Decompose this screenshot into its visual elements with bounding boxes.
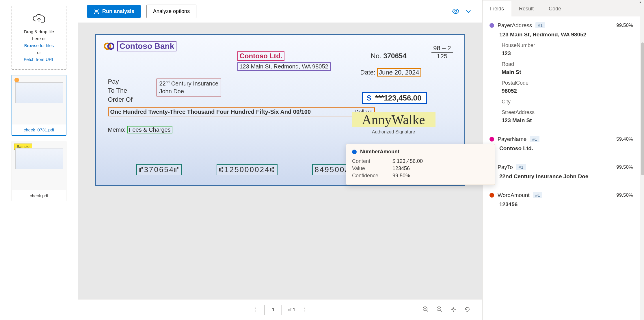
field-box-date[interactable]: June 20, 2024	[377, 68, 421, 77]
field-name: PayerName	[498, 136, 526, 142]
color-dot-icon	[489, 23, 494, 28]
zoom-in-icon[interactable]	[422, 306, 429, 314]
field-box-word-amount[interactable]: One Hundred Twenty-Three Thousand Four H…	[108, 107, 375, 116]
field-value: 123456	[499, 201, 633, 208]
fetch-url-link[interactable]: Fetch from URL	[24, 57, 54, 62]
pay-to-label: PayTo TheOrder Of	[108, 77, 133, 104]
page-input[interactable]	[265, 305, 282, 315]
subfield-key: HouseNumber	[502, 42, 633, 49]
drop-text-2: here or	[32, 36, 46, 41]
thumbnail-check-0731[interactable]: check_0731.pdf	[12, 75, 66, 136]
zoom-out-icon[interactable]	[436, 306, 443, 314]
field-name: PayerAddress	[498, 22, 532, 29]
subfield-key: StreetAddress	[502, 109, 633, 116]
field-badge: #1	[530, 136, 539, 142]
tooltip-key: Confidence	[352, 173, 392, 179]
routing-fraction: 98 – 2 125	[431, 44, 453, 60]
subfield-key: City	[502, 99, 633, 105]
field-box-number-amount[interactable]: $***123,456.00	[362, 92, 427, 104]
field-value: 22nd Century Insurance John Doe	[499, 173, 633, 180]
field-confidence: 99.50%	[616, 164, 633, 170]
fit-icon[interactable]	[450, 306, 457, 314]
visibility-icon[interactable]	[451, 7, 460, 16]
field-value: Contoso Ltd.	[499, 145, 633, 152]
signature-block: AnnyWalke Authorized Signature	[352, 112, 435, 135]
color-dot-icon	[489, 137, 494, 142]
field-item[interactable]: WordAmount#199.50%123456	[483, 186, 640, 214]
file-sidebar: Drag & drop file here or Browse for file…	[0, 0, 78, 320]
browse-link[interactable]: Browse for files	[24, 43, 54, 48]
field-tooltip: NumberAmount Content$ 123,456.00Value123…	[346, 144, 495, 185]
tooltip-val: $ 123,456.00	[392, 158, 423, 164]
check-date: Date: June 20, 2024	[360, 69, 421, 76]
tooltip-val: 123456	[392, 165, 410, 172]
field-name: PayTo	[498, 164, 513, 170]
rotate-icon[interactable]	[464, 306, 470, 314]
subfield-key: PostalCode	[502, 80, 633, 86]
subfield-key: Road	[502, 61, 633, 67]
tab-result[interactable]: Result	[511, 1, 541, 16]
tooltip-val: 99.50%	[392, 173, 410, 179]
field-box-payer-address[interactable]: 123 Main St, Redmond, WA 98052	[237, 62, 331, 71]
check-number: No. 370654	[371, 52, 406, 60]
tab-code[interactable]: Code	[541, 1, 569, 16]
field-box-micr-1[interactable]: ⑈370654⑈	[136, 164, 182, 175]
color-dot-icon	[489, 193, 494, 198]
main-toolbar: Run analysis Analyze options	[78, 0, 482, 23]
field-box-signature[interactable]: AnnyWalke	[352, 112, 435, 127]
field-name: WordAmount	[498, 192, 530, 198]
scrollbar[interactable]	[640, 16, 644, 320]
tooltip-key: Value	[352, 165, 392, 172]
field-item[interactable]: PayerName#159.40%Contoso Ltd.	[483, 130, 640, 158]
run-analysis-button[interactable]: Run analysis	[87, 5, 141, 18]
memo-line: Memo: Fees & Charges	[108, 126, 172, 133]
svg-point-0	[455, 10, 457, 12]
subfield-value: Main St	[502, 69, 633, 75]
field-value: 123 Main St, Redmond, WA 98052	[499, 31, 633, 38]
analyze-options-button[interactable]: Analyze options	[146, 5, 196, 18]
field-confidence: 99.50%	[616, 23, 633, 28]
bank-logo-icon	[104, 41, 114, 51]
tooltip-title: NumberAmount	[360, 149, 399, 155]
tooltip-key: Content	[352, 158, 392, 164]
drop-zone[interactable]: Drag & drop file here or Browse for file…	[12, 6, 66, 70]
pager-bar: 〈 of 1 〉	[78, 299, 482, 320]
drop-text-1: Drag & drop file	[24, 29, 54, 34]
tab-fields[interactable]: Fields	[483, 1, 511, 16]
svg-point-5	[453, 308, 454, 310]
thumbnail-label: check.pdf	[12, 190, 66, 201]
page-total: of 1	[288, 307, 295, 312]
next-page-button[interactable]: 〉	[301, 306, 311, 314]
bank-name: Contoso Bank	[117, 41, 177, 51]
subfield-value: 98052	[502, 88, 633, 94]
results-panel: Fields Result Code PayerAddress#199.50%1…	[482, 0, 644, 320]
chevron-down-icon[interactable]	[464, 7, 473, 16]
field-badge: #1	[535, 22, 545, 28]
field-item[interactable]: PayerAddress#199.50%123 Main St, Redmond…	[483, 16, 640, 130]
field-item[interactable]: PayTo#199.50%22nd Century Insurance John…	[483, 158, 640, 186]
status-dot-icon	[14, 78, 19, 82]
subfield-value: 123	[502, 50, 633, 57]
field-box-pay-to[interactable]: 22nd Century Insurance John Doe	[157, 79, 222, 96]
thumbnail-label: check_0731.pdf	[12, 124, 66, 135]
field-box-payer-name[interactable]: Contoso Ltd.	[237, 51, 285, 61]
cloud-upload-icon	[32, 13, 46, 23]
field-box-micr-2[interactable]: ⑆125000024⑆	[217, 164, 278, 175]
scan-icon	[94, 8, 99, 14]
field-confidence: 99.50%	[616, 192, 633, 198]
field-badge: #1	[516, 164, 526, 170]
drop-or: or	[37, 50, 41, 55]
panel-tabs: Fields Result Code	[483, 0, 644, 16]
thumbnail-check-sample[interactable]: Sample check.pdf	[12, 141, 66, 201]
subfield-value: 123 Main St	[502, 117, 633, 124]
field-badge: #1	[533, 192, 543, 198]
field-confidence: 59.40%	[616, 136, 633, 142]
field-box-memo[interactable]: Fees & Charges	[127, 126, 172, 133]
color-dot-icon	[352, 150, 357, 154]
prev-page-button[interactable]: 〈	[249, 306, 259, 314]
